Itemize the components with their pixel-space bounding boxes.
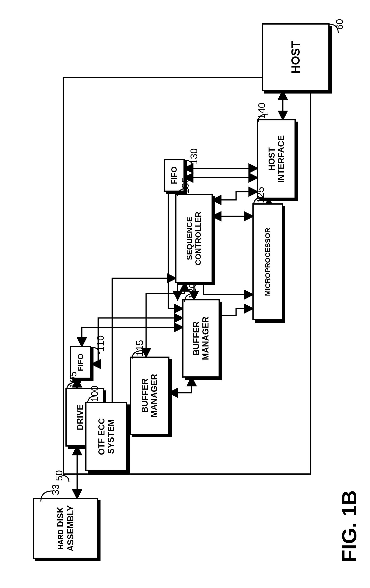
otf-label: OTF ECCSYSTEM: [97, 418, 116, 455]
leader-100: [86, 395, 98, 404]
block-sequence-controller: SEQUENCECONTROLLER: [175, 194, 213, 283]
host-label: HOST: [289, 41, 302, 74]
seq-label: SEQUENCECONTROLLER: [185, 211, 203, 265]
leader-140: [257, 113, 269, 123]
block-microprocessor: MICROPROCESSOR: [252, 203, 283, 320]
leader-130: [184, 159, 194, 168]
leader-135: [176, 187, 189, 198]
hda-label: HARD DISK ASSEMBLY: [56, 505, 75, 552]
diagram-page: HARD DISK ASSEMBLY HOST DRIVELOGIC FIFO …: [0, 0, 370, 588]
leader-125: [252, 196, 265, 206]
leader-105: [65, 381, 78, 392]
leader-60: [328, 23, 339, 34]
block-buffer-manager-120: BUFFERMANAGER: [182, 299, 220, 378]
leader-50: [56, 473, 70, 483]
leader-115: [131, 349, 144, 360]
block-host: HOST: [262, 23, 329, 91]
hostif-label: HOSTINTERFACE: [267, 135, 286, 183]
leader-120: [184, 292, 196, 303]
leader-110: [90, 346, 101, 355]
fifo1-label: FIFO: [76, 354, 85, 371]
bm2-label: BUFFERMANAGER: [192, 317, 211, 360]
bm1-label: BUFFERMANAGER: [140, 374, 159, 418]
block-buffer-manager-115: BUFFERMANAGER: [130, 357, 169, 435]
micro-label: MICROPROCESSOR: [264, 228, 272, 296]
block-hard-disk-assembly: HARD DISK ASSEMBLY: [33, 498, 98, 559]
leader-33: [40, 490, 54, 503]
block-otf-ecc: OTF ECCSYSTEM: [85, 402, 127, 471]
figure-label: FIG. 1B: [337, 490, 361, 562]
